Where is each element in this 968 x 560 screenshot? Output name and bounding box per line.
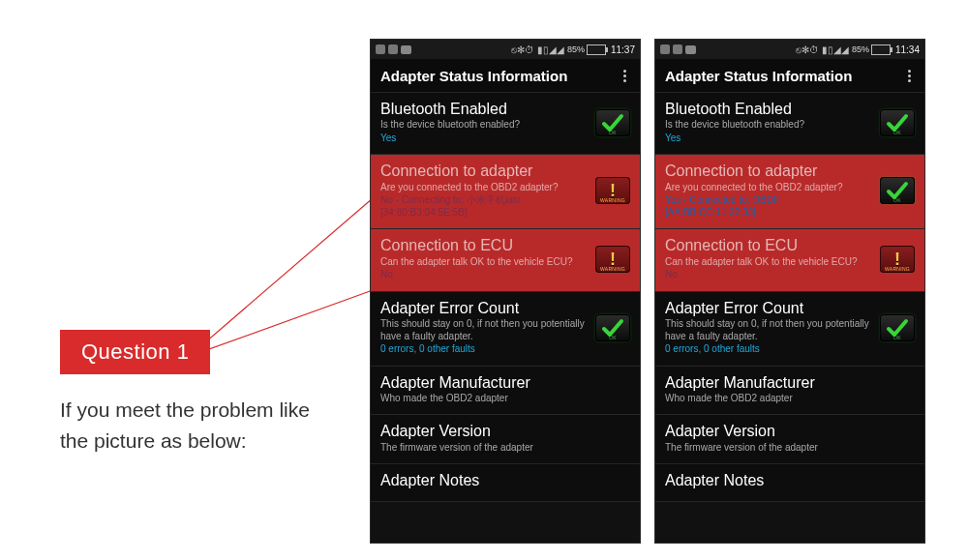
status-row[interactable]: Adapter Manufacturer Who made the OBD2 a… bbox=[371, 367, 640, 416]
row-subtitle: The firmware version of the adapter bbox=[665, 442, 915, 455]
status-row[interactable]: Adapter Error Count This should stay on … bbox=[371, 292, 640, 367]
notif-icon bbox=[388, 44, 398, 54]
status-row[interactable]: Connection to adapter Are you connected … bbox=[371, 155, 640, 229]
row-subtitle: Who made the OBD2 adapter bbox=[665, 393, 915, 405]
clock: 11:34 bbox=[895, 44, 920, 55]
row-title: Adapter Notes bbox=[380, 472, 630, 489]
row-subtitle: Are you connected to the OBD2 adapter? bbox=[665, 182, 872, 194]
status-list[interactable]: Bluetooth Enabled Is the device bluetoot… bbox=[655, 93, 924, 502]
row-title: Bluetooth Enabled bbox=[665, 101, 872, 118]
row-detail: Yes bbox=[665, 133, 872, 145]
app-titlebar: Adapter Status Information bbox=[655, 59, 924, 93]
status-row[interactable]: Bluetooth Enabled Is the device bluetoot… bbox=[371, 93, 640, 155]
bluetooth-icon: ⎋✻⏱ bbox=[796, 44, 819, 55]
row-detail: Yes bbox=[380, 133, 588, 145]
status-warning-icon: !WARNING bbox=[595, 246, 630, 273]
left-pane: Question 1 If you meet the prob­lem like… bbox=[0, 0, 353, 560]
status-list[interactable]: Bluetooth Enabled Is the device bluetoot… bbox=[371, 93, 640, 502]
svg-line-1 bbox=[198, 290, 373, 353]
row-detail: 0 errors, 0 other faults bbox=[380, 343, 588, 356]
row-detail: No - Connecting to: 小米手机iato[34:80:B3:04… bbox=[380, 194, 588, 219]
android-statusbar: ⎋✻⏱ ▮▯◢◢ 85% 11:37 bbox=[371, 40, 640, 59]
status-row[interactable]: Bluetooth Enabled Is the device bluetoot… bbox=[655, 93, 924, 155]
row-detail: Yes - Connected to: OBDII [AA:BB:CC:11:2… bbox=[665, 194, 872, 219]
status-row[interactable]: Adapter Error Count This should stay on … bbox=[655, 292, 924, 367]
row-title: Adapter Error Count bbox=[665, 300, 872, 317]
chat-icon bbox=[401, 45, 411, 54]
status-row[interactable]: Connection to ECU Can the adapter talk O… bbox=[655, 229, 924, 291]
app-title: Adapter Status Information bbox=[380, 68, 567, 84]
row-title: Adapter Error Count bbox=[380, 300, 588, 317]
status-warning-icon: !WARNING bbox=[880, 246, 915, 273]
chat-icon bbox=[685, 45, 696, 54]
status-ok-icon: OK bbox=[880, 314, 915, 341]
row-title: Bluetooth Enabled bbox=[380, 101, 588, 118]
notif-icon bbox=[660, 44, 670, 54]
pointer-lines bbox=[198, 53, 382, 372]
notif-icon bbox=[673, 44, 682, 54]
signal-icon: ▮▯◢◢ bbox=[537, 44, 564, 55]
overflow-menu-icon[interactable] bbox=[620, 66, 630, 86]
row-subtitle: The firmware version of the adapter bbox=[380, 442, 630, 455]
row-detail: 0 errors, 0 other faults bbox=[665, 343, 872, 356]
status-row[interactable]: Adapter Version The firmware version of … bbox=[371, 415, 640, 464]
phone-screenshot-left: ⎋✻⏱ ▮▯◢◢ 85% 11:37 Adapter Status Inform… bbox=[370, 39, 641, 544]
battery-indicator: 85% bbox=[567, 44, 606, 55]
row-subtitle: Is the device bluetooth enabled? bbox=[665, 119, 872, 132]
overflow-menu-icon[interactable] bbox=[904, 66, 915, 86]
status-warning-icon: !WARNING bbox=[595, 177, 630, 204]
row-subtitle: Are you connected to the OBD2 adapter? bbox=[380, 182, 588, 194]
row-title: Connection to adapter bbox=[665, 162, 872, 180]
question-body: If you meet the prob­lem like the pictur… bbox=[60, 395, 312, 456]
row-title: Adapter Version bbox=[665, 423, 915, 440]
status-row[interactable]: Connection to ECU Can the adapter talk O… bbox=[371, 229, 640, 291]
row-title: Adapter Manufacturer bbox=[380, 374, 630, 392]
status-ok-icon: OK bbox=[880, 177, 915, 204]
row-subtitle: Can the adapter talk OK to the vehicle E… bbox=[665, 256, 872, 269]
bluetooth-icon: ⎋✻⏱ bbox=[511, 44, 534, 55]
android-statusbar: ⎋✻⏱ ▮▯◢◢ 85% 11:34 bbox=[655, 40, 924, 59]
row-title: Adapter Notes bbox=[665, 472, 915, 489]
status-row[interactable]: Adapter Notes bbox=[655, 464, 924, 501]
status-row[interactable]: Connection to adapter Are you connected … bbox=[655, 155, 924, 229]
row-title: Connection to ECU bbox=[665, 237, 872, 254]
row-title: Connection to ECU bbox=[380, 237, 588, 254]
row-title: Adapter Manufacturer bbox=[665, 374, 915, 392]
status-ok-icon: OK bbox=[595, 109, 630, 136]
status-ok-icon: OK bbox=[880, 109, 915, 136]
status-row[interactable]: Adapter Version The firmware version of … bbox=[655, 415, 924, 464]
battery-indicator: 85% bbox=[852, 44, 891, 55]
question-badge: Question 1 bbox=[60, 330, 210, 374]
row-subtitle: This should stay on 0, if not then you p… bbox=[380, 318, 588, 342]
app-title: Adapter Status Information bbox=[665, 68, 852, 84]
notif-icon bbox=[376, 44, 385, 54]
phone-screenshot-right: ⎋✻⏱ ▮▯◢◢ 85% 11:34 Adapter Status Inform… bbox=[654, 39, 925, 544]
row-title: Connection to adapter bbox=[380, 162, 588, 180]
status-row[interactable]: Adapter Notes bbox=[371, 464, 640, 501]
app-titlebar: Adapter Status Information bbox=[371, 59, 640, 93]
row-subtitle: Who made the OBD2 adapter bbox=[380, 393, 630, 405]
row-title: Adapter Version bbox=[380, 423, 630, 440]
row-subtitle: Is the device bluetooth enabled? bbox=[380, 119, 588, 132]
row-subtitle: Can the adapter talk OK to the vehicle E… bbox=[380, 256, 588, 269]
svg-line-0 bbox=[198, 198, 373, 348]
row-detail: No bbox=[380, 269, 588, 281]
row-detail: No bbox=[665, 269, 872, 281]
signal-icon: ▮▯◢◢ bbox=[822, 44, 849, 55]
status-row[interactable]: Adapter Manufacturer Who made the OBD2 a… bbox=[655, 367, 924, 416]
clock: 11:37 bbox=[611, 44, 635, 55]
row-subtitle: This should stay on 0, if not then you p… bbox=[665, 318, 872, 342]
status-ok-icon: OK bbox=[595, 314, 630, 341]
